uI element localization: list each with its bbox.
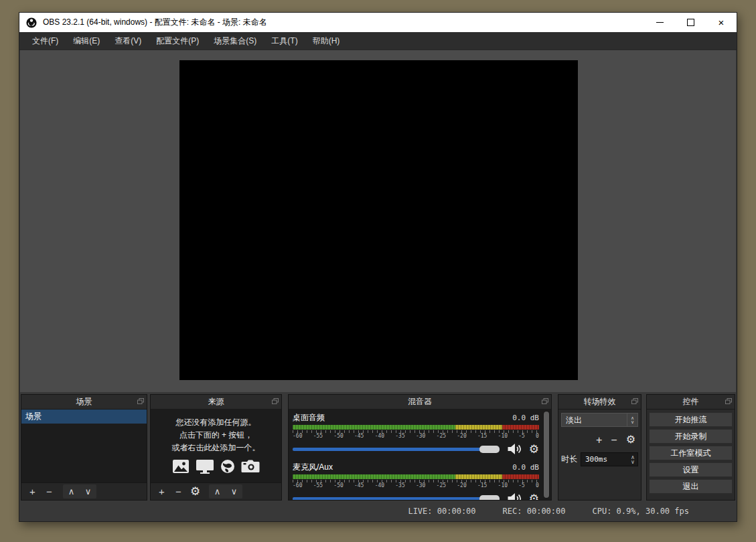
source-move-down-button[interactable]: ∨ <box>226 484 242 499</box>
tick-label: -30 <box>416 482 425 488</box>
menu-file[interactable]: 文件(F) <box>25 33 66 50</box>
duration-spinbox[interactable]: 300ms ∧∨ <box>581 452 638 466</box>
mixer-panel-header[interactable]: 混音器 <box>289 395 551 410</box>
transitions-panel-header[interactable]: 转场特效 <box>558 395 641 410</box>
controls-panel-title: 控件 <box>683 397 699 406</box>
tick-label: -15 <box>477 482 487 488</box>
channel-level-db: 0.0 dB <box>512 414 539 422</box>
controls-panel: 控件 开始推流 开始录制 工作室模式 设置 退出 <box>646 394 735 501</box>
scenes-panel-header[interactable]: 场景 <box>21 395 147 410</box>
combo-arrows-icon: ∧∨ <box>627 414 637 426</box>
channel-settings-gear-icon[interactable]: ⚙ <box>529 444 539 455</box>
menu-tools[interactable]: 工具(T) <box>264 33 305 50</box>
transition-selected-value: 淡出 <box>562 414 627 426</box>
meter-red-zone <box>502 425 539 430</box>
transition-select[interactable]: 淡出 ∧∨ <box>561 413 638 427</box>
scene-list: 场景 <box>21 410 147 482</box>
transitions-panel: 转场特效 淡出 ∧∨ + − ⚙ 时长 300ms ∧∨ <box>558 394 641 501</box>
volume-meter <box>293 474 539 479</box>
tick-label: -40 <box>375 482 384 488</box>
menu-help[interactable]: 帮助(H) <box>305 33 348 50</box>
panel-float-icon <box>725 398 732 404</box>
volume-slider-handle[interactable] <box>479 446 500 453</box>
mixer-panel-title: 混音器 <box>408 397 432 406</box>
browser-source-icon <box>220 459 235 474</box>
volume-slider[interactable] <box>293 448 500 451</box>
transition-properties-gear-icon[interactable]: ⚙ <box>626 434 635 446</box>
sources-empty-line-1: 您还没有添加任何源。 <box>151 416 281 429</box>
mixer-channel-mic-aux: 麦克风/Aux 0.0 dB -60-55-50-45-40-35-30-25-… <box>293 462 539 500</box>
menu-profile[interactable]: 配置文件(P) <box>149 33 206 50</box>
speaker-icon[interactable] <box>507 443 522 455</box>
scenes-toolbar: + − ∧ ∨ <box>21 482 147 500</box>
scene-list-item[interactable]: 场景 <box>21 410 147 424</box>
mixer-body: 桌面音频 0.0 dB -60-55-50-45-40-35-30-25-20-… <box>289 410 551 500</box>
rec-time: REC: 00:00:00 <box>503 507 566 516</box>
controls-body: 开始推流 开始录制 工作室模式 设置 退出 <box>647 410 735 500</box>
start-recording-button[interactable]: 开始录制 <box>649 429 733 444</box>
sources-empty-state[interactable]: 您还没有添加任何源。 点击下面的 + 按钮， 或者右击此处添加一个。 <box>151 410 281 482</box>
sources-panel: 来源 您还没有添加任何源。 点击下面的 + 按钮， 或者右击此处添加一个。 <box>150 394 282 501</box>
scene-move-down-button[interactable]: ∨ <box>80 484 96 499</box>
close-icon: × <box>719 17 725 27</box>
tick-label: -5 <box>518 482 525 488</box>
tick-label: -60 <box>293 482 302 488</box>
tick-label: -30 <box>416 433 425 439</box>
tick-label: -25 <box>437 482 446 488</box>
sources-panel-header[interactable]: 来源 <box>151 395 281 410</box>
channel-name: 桌面音频 <box>293 412 325 424</box>
panel-float-icon <box>137 398 144 404</box>
mixer-scrollbar[interactable] <box>543 411 550 499</box>
source-move-up-button[interactable]: ∧ <box>209 484 226 499</box>
volume-slider-handle[interactable] <box>479 495 500 501</box>
close-button[interactable]: × <box>706 13 737 32</box>
duration-value: 300ms <box>581 455 628 464</box>
speaker-icon[interactable] <box>507 492 522 500</box>
settings-button[interactable]: 设置 <box>649 462 733 477</box>
sources-empty-line-2: 点击下面的 + 按钮， <box>151 429 281 442</box>
mixer-panel: 混音器 桌面音频 0.0 dB -60-55-50-45-40-35-30-25… <box>288 394 552 501</box>
remove-transition-button[interactable]: − <box>611 434 617 446</box>
exit-button[interactable]: 退出 <box>649 479 733 494</box>
window-controls: × <box>644 13 737 32</box>
tick-label: 0 <box>536 482 539 488</box>
add-source-button[interactable]: + <box>153 484 170 499</box>
studio-mode-button[interactable]: 工作室模式 <box>649 446 733 460</box>
display-source-icon <box>196 459 214 474</box>
menu-edit[interactable]: 编辑(E) <box>66 33 107 50</box>
mixer-channel-desktop-audio: 桌面音频 0.0 dB -60-55-50-45-40-35-30-25-20-… <box>293 412 539 455</box>
mixer-scrollbar-thumb[interactable] <box>544 412 549 498</box>
meter-yellow-zone <box>455 425 502 430</box>
volume-meter <box>293 425 539 430</box>
volume-slider[interactable] <box>293 497 500 501</box>
scenes-panel-title: 场景 <box>76 397 92 406</box>
spinner-arrows-icon[interactable]: ∧∨ <box>628 455 637 464</box>
preview-area <box>20 50 736 392</box>
controls-panel-header[interactable]: 控件 <box>647 395 735 410</box>
tick-label: -50 <box>333 433 343 439</box>
channel-settings-gear-icon[interactable]: ⚙ <box>529 493 539 501</box>
add-transition-button[interactable]: + <box>596 434 602 446</box>
maximize-button[interactable] <box>675 13 706 32</box>
tick-label: -35 <box>395 482 404 488</box>
menu-view[interactable]: 查看(V) <box>107 33 149 50</box>
source-properties-button[interactable]: ⚙ <box>187 484 204 499</box>
transitions-panel-title: 转场特效 <box>584 397 616 406</box>
source-order-group: ∧ ∨ <box>209 484 242 499</box>
menu-scene-collection[interactable]: 场景集合(S) <box>206 33 264 50</box>
tick-label: -55 <box>313 433 323 439</box>
minimize-button[interactable] <box>644 13 675 32</box>
tick-label: -60 <box>293 433 302 439</box>
tick-label: -10 <box>498 433 508 439</box>
scenes-panel: 场景 场景 + − ∧ ∨ <box>21 394 147 501</box>
remove-source-button[interactable]: − <box>170 484 187 499</box>
start-streaming-button[interactable]: 开始推流 <box>649 412 733 427</box>
scene-move-up-button[interactable]: ∧ <box>63 484 80 499</box>
program-canvas[interactable] <box>179 60 578 380</box>
meter-red-zone <box>502 474 539 479</box>
tick-label: -15 <box>477 433 487 439</box>
remove-scene-button[interactable]: − <box>41 484 58 499</box>
live-time: LIVE: 00:00:00 <box>408 507 475 516</box>
panel-float-icon <box>272 398 279 404</box>
add-scene-button[interactable]: + <box>24 484 41 499</box>
